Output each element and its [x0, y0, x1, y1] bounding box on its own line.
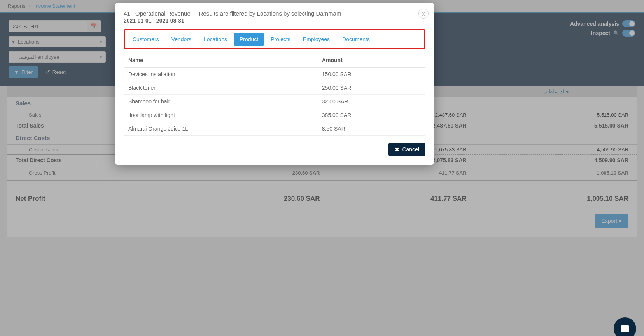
- tab-product[interactable]: Product: [234, 33, 264, 46]
- close-icon: x: [422, 10, 425, 17]
- revenue-modal: x 41 - Operational Revenue - Results are…: [115, 3, 434, 164]
- table-row[interactable]: Almarai Orange Juice 1L8.50 SAR: [124, 122, 425, 136]
- chat-icon: [621, 325, 629, 332]
- tab-list: CustomersVendorsLocationsProductProjects…: [124, 29, 425, 49]
- cell-name: Devices Installation: [124, 68, 317, 81]
- tab-documents[interactable]: Documents: [337, 33, 375, 46]
- x-icon: ✖: [395, 146, 399, 152]
- product-table: Name Amount Devices Installation150.00 S…: [124, 53, 425, 136]
- cell-amount: 32.00 SAR: [317, 95, 425, 108]
- tab-projects[interactable]: Projects: [265, 33, 296, 46]
- th-name: Name: [124, 53, 317, 68]
- close-button[interactable]: x: [418, 9, 429, 19]
- table-row[interactable]: floor lamp with light385.00 SAR: [124, 108, 425, 122]
- tab-vendors[interactable]: Vendors: [166, 33, 197, 46]
- tab-employees[interactable]: Employees: [298, 33, 335, 46]
- cell-amount: 150.00 SAR: [317, 68, 425, 81]
- cell-name: Black toner: [124, 81, 317, 95]
- cancel-button[interactable]: ✖ Cancel: [388, 143, 425, 156]
- tab-customers[interactable]: Customers: [127, 33, 164, 46]
- cell-amount: 250.00 SAR: [317, 81, 425, 95]
- cell-amount: 385.00 SAR: [317, 108, 425, 122]
- modal-daterange: 2021-01-01 - 2021-08-31: [124, 18, 425, 24]
- tab-locations[interactable]: Locations: [198, 33, 233, 46]
- th-amount: Amount: [317, 53, 425, 68]
- modal-title: 41 - Operational Revenue - Results are f…: [124, 10, 425, 17]
- table-row[interactable]: Devices Installation150.00 SAR: [124, 68, 425, 81]
- cell-name: Almarai Orange Juice 1L: [124, 122, 317, 136]
- cell-name: floor lamp with light: [124, 108, 317, 122]
- cell-name: Shampoo for hair: [124, 95, 317, 108]
- table-row[interactable]: Black toner250.00 SAR: [124, 81, 425, 95]
- cell-amount: 8.50 SAR: [317, 122, 425, 136]
- table-row[interactable]: Shampoo for hair32.00 SAR: [124, 95, 425, 108]
